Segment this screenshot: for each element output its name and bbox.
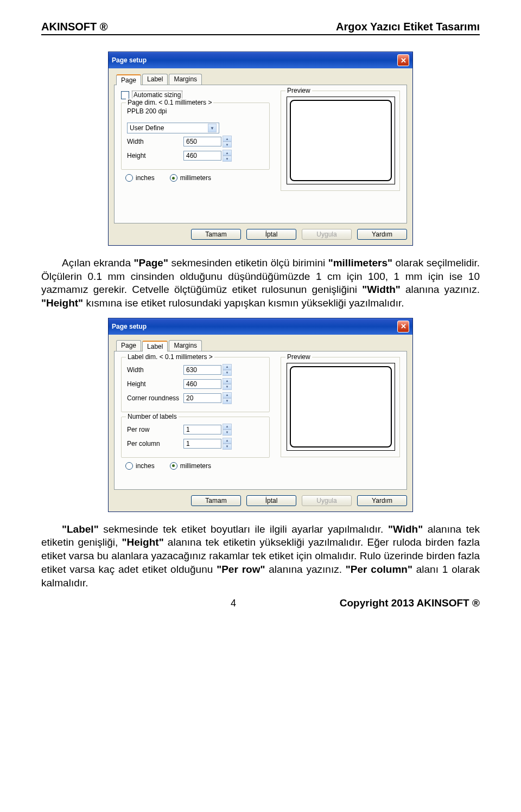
chevron-down-icon: ▼ [208, 124, 217, 132]
page-dim-group: Page dim. < 0.1 millimeters > PPLB 200 d… [121, 103, 270, 170]
inches-radio-label: inches [136, 462, 155, 470]
page-number: 4 [150, 598, 317, 609]
paper-size-select[interactable]: User Define ▼ [127, 123, 219, 133]
width-input[interactable]: 650 [183, 137, 221, 146]
label-height-input[interactable]: 460 [183, 379, 221, 389]
preview-canvas [287, 97, 395, 184]
paragraph-1: Açılan ekranda "Page" sekmesinden etiket… [41, 257, 480, 310]
spin-up[interactable]: ▲ [223, 364, 232, 370]
spin-up[interactable]: ▲ [223, 424, 232, 430]
number-of-labels-title: Number of labels [126, 413, 179, 420]
header-right: Argox Yazıcı Etiket Tasarımı [336, 21, 480, 33]
height-spin-up[interactable]: ▲ [223, 150, 232, 156]
help-button[interactable]: Yardım [357, 229, 407, 240]
tab-row: Page Label Margins [116, 340, 407, 351]
millimeters-radio[interactable] [170, 462, 177, 470]
width-spin-up[interactable]: ▲ [223, 136, 232, 142]
page-footer: 4 Copyright 2013 AKINSOFT ® [41, 597, 480, 609]
height-label: Height [127, 380, 183, 388]
spin-up[interactable]: ▲ [223, 392, 232, 398]
page-setup-dialog-2: Page setup ✕ Page Label Margins Label di… [108, 318, 413, 512]
height-label: Height [127, 152, 183, 159]
tab-page[interactable]: Page [116, 340, 141, 351]
spin-down[interactable]: ▼ [223, 430, 232, 436]
paper-size-value: User Define [130, 124, 164, 132]
label-dim-group: Label dim. < 0.1 millimeters > Width 630… [121, 357, 270, 412]
tab-margins[interactable]: Margins [169, 340, 202, 351]
inches-radio[interactable] [125, 462, 133, 470]
height-input[interactable]: 460 [183, 151, 221, 161]
cancel-button[interactable]: İptal [246, 495, 296, 506]
corner-roundness-input[interactable]: 20 [183, 393, 221, 403]
millimeters-radio-label: millimeters [180, 462, 211, 470]
page-header: AKINSOFT ® Argox Yazıcı Etiket Tasarımı [41, 21, 480, 35]
tab-page[interactable]: Page [116, 74, 141, 85]
width-spin-down[interactable]: ▼ [223, 142, 232, 148]
tab-label[interactable]: Label [142, 74, 168, 85]
close-icon[interactable]: ✕ [397, 321, 409, 333]
tab-margins[interactable]: Margins [169, 74, 202, 85]
label-width-input[interactable]: 630 [183, 365, 221, 375]
page-setup-dialog-1: Page setup ✕ Page Label Margins Automati… [108, 52, 413, 246]
resolution-label: PPLB 200 dpi [127, 107, 264, 115]
copyright: Copyright 2013 AKINSOFT ® [317, 597, 480, 609]
preview-shape [290, 100, 392, 181]
tab-label[interactable]: Label [142, 341, 168, 351]
apply-button[interactable]: Uygula [302, 495, 352, 506]
spin-down[interactable]: ▼ [223, 444, 232, 450]
width-label: Width [127, 366, 183, 374]
corner-roundness-label: Corner roundness [127, 394, 183, 402]
preview-title: Preview [285, 353, 312, 361]
per-column-label: Per column [127, 440, 183, 447]
dialog-titlebar[interactable]: Page setup ✕ [109, 318, 412, 335]
page-dim-group-title: Page dim. < 0.1 millimeters > [126, 99, 213, 106]
cancel-button[interactable]: İptal [246, 229, 296, 240]
close-icon[interactable]: ✕ [397, 54, 409, 66]
preview-group: Preview [281, 91, 400, 191]
spin-down[interactable]: ▼ [223, 370, 232, 376]
ok-button[interactable]: Tamam [191, 229, 241, 240]
width-label: Width [127, 138, 183, 145]
preview-title: Preview [285, 87, 312, 94]
spin-up[interactable]: ▲ [223, 378, 232, 384]
dialog-title: Page setup [112, 56, 147, 64]
label-dim-group-title: Label dim. < 0.1 millimeters > [126, 353, 214, 361]
millimeters-radio[interactable] [170, 174, 177, 182]
preview-group: Preview [281, 357, 400, 457]
per-row-input[interactable]: 1 [183, 425, 221, 434]
spin-down[interactable]: ▼ [223, 398, 232, 404]
automatic-sizing-checkbox[interactable] [121, 91, 129, 99]
header-left: AKINSOFT ® [41, 21, 108, 33]
paragraph-2: "Label" sekmesinde tek etiket boyutları … [41, 523, 480, 590]
per-column-input[interactable]: 1 [183, 439, 221, 449]
per-row-label: Per row [127, 426, 183, 433]
ok-button[interactable]: Tamam [191, 495, 241, 506]
automatic-sizing-label: Automatic sizing [132, 91, 182, 99]
dialog-title: Page setup [112, 323, 147, 330]
apply-button[interactable]: Uygula [302, 229, 352, 240]
millimeters-radio-label: millimeters [180, 174, 211, 182]
spin-down[interactable]: ▼ [223, 384, 232, 390]
preview-shape [290, 366, 392, 447]
tab-row: Page Label Margins [116, 74, 407, 85]
dialog-titlebar[interactable]: Page setup ✕ [109, 52, 412, 68]
inches-radio[interactable] [125, 174, 133, 182]
help-button[interactable]: Yardım [357, 495, 407, 506]
number-of-labels-group: Number of labels Per row 1 ▲▼ Per column… [121, 417, 270, 458]
preview-canvas [287, 363, 395, 451]
inches-radio-label: inches [136, 174, 155, 182]
height-spin-down[interactable]: ▼ [223, 156, 232, 162]
spin-up[interactable]: ▲ [223, 438, 232, 444]
